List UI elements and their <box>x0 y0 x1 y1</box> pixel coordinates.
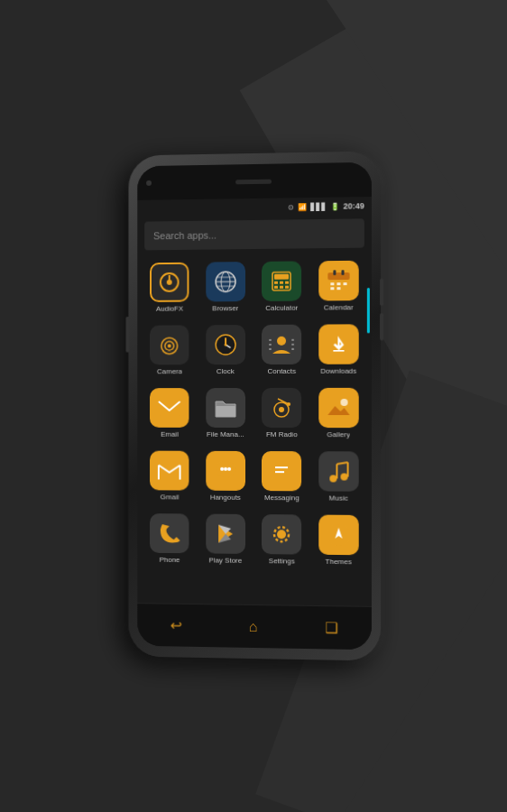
svg-rect-12 <box>274 286 278 289</box>
front-camera <box>146 180 152 186</box>
notification-icon: ⊙ <box>288 203 294 211</box>
gmail-icon <box>150 451 189 491</box>
svg-rect-11 <box>285 281 289 284</box>
fmradio-label: FM Radio <box>266 430 298 438</box>
contacts-label: Contacts <box>267 367 296 375</box>
recents-button[interactable]: ❑ <box>325 619 337 636</box>
app-item-email[interactable]: Email <box>143 383 197 444</box>
svg-rect-20 <box>336 282 340 285</box>
svg-point-53 <box>340 399 347 406</box>
app-item-audiofx[interactable]: AudioFX <box>143 257 197 318</box>
svg-point-30 <box>224 344 226 346</box>
svg-line-64 <box>336 462 347 464</box>
svg-point-68 <box>277 530 286 539</box>
contacts-icon <box>262 325 301 364</box>
themes-icon <box>318 515 358 556</box>
svg-rect-38 <box>291 348 294 350</box>
battery-icon: 🔋 <box>330 202 339 210</box>
svg-point-50 <box>287 402 290 406</box>
app-item-messaging[interactable]: Messaging <box>254 446 309 507</box>
svg-rect-14 <box>285 286 289 289</box>
app-item-contacts[interactable]: Contacts <box>254 319 309 381</box>
svg-rect-34 <box>269 344 272 346</box>
svg-rect-23 <box>336 287 340 290</box>
browser-icon <box>206 262 245 301</box>
search-bar[interactable]: Search apps... <box>144 218 364 250</box>
app-item-fmradio[interactable]: FM Radio <box>254 383 309 444</box>
top-hardware-bar <box>137 162 372 200</box>
playstore-icon <box>206 514 245 554</box>
svg-rect-22 <box>330 287 334 290</box>
volume-down-button[interactable] <box>380 313 383 340</box>
svg-rect-8 <box>274 274 289 280</box>
settings-icon <box>262 514 301 555</box>
audiofx-label: AudioFX <box>156 305 183 313</box>
app-item-calendar[interactable]: Calendar <box>311 255 366 318</box>
calendar-icon <box>318 261 358 301</box>
app-item-calculator[interactable]: Calculator <box>254 255 309 318</box>
svg-rect-35 <box>269 348 272 350</box>
svg-rect-16 <box>327 272 349 280</box>
app-item-filemanager[interactable]: File Mana... <box>198 383 253 444</box>
app-item-browser[interactable]: Browser <box>198 256 253 318</box>
phone-screen: ⊙ 📶 ▋▋▋ 🔋 20:49 Search apps... <box>137 197 372 606</box>
svg-rect-17 <box>333 270 336 275</box>
browser-label: Browser <box>212 304 238 312</box>
messaging-icon <box>262 451 301 491</box>
app-item-playstore[interactable]: Play Store <box>198 509 253 570</box>
music-label: Music <box>329 494 348 503</box>
app-item-camera[interactable]: Camera <box>143 319 197 381</box>
app-item-gallery[interactable]: Gallery <box>311 383 366 445</box>
clock-icon <box>206 325 245 364</box>
wifi-icon: 📶 <box>298 203 307 211</box>
hangouts-icon <box>206 451 245 491</box>
email-label: Email <box>161 430 179 438</box>
status-time: 20:49 <box>343 201 364 210</box>
themes-label: Themes <box>326 558 352 566</box>
svg-point-61 <box>340 473 347 480</box>
app-item-music[interactable]: Music <box>311 446 366 508</box>
calculator-icon <box>262 261 301 300</box>
app-item-hangouts[interactable]: Hangouts <box>198 446 253 507</box>
clock-label: Clock <box>217 367 235 375</box>
app-item-downloads[interactable]: Downloads <box>311 318 366 381</box>
app-item-themes[interactable]: Themes <box>311 509 366 571</box>
svg-rect-10 <box>280 281 283 284</box>
svg-point-48 <box>279 407 284 412</box>
email-icon <box>150 388 189 428</box>
phone-icon <box>150 513 189 553</box>
power-button[interactable] <box>126 317 130 353</box>
svg-point-56 <box>224 467 227 471</box>
back-button[interactable]: ↩ <box>171 617 182 634</box>
app-item-gmail[interactable]: Gmail <box>143 446 197 507</box>
svg-rect-33 <box>269 339 272 341</box>
filemanager-icon <box>206 388 245 428</box>
downloads-label: Downloads <box>320 367 356 375</box>
calculator-label: Calculator <box>265 304 298 312</box>
svg-point-32 <box>277 337 286 346</box>
settings-label: Settings <box>269 557 295 565</box>
svg-rect-19 <box>330 282 334 285</box>
scrollbar-thumb[interactable] <box>367 288 370 333</box>
status-bar: ⊙ 📶 ▋▋▋ 🔋 20:49 <box>137 197 372 218</box>
camera-label: Camera <box>157 367 182 375</box>
hangouts-label: Hangouts <box>210 494 241 502</box>
volume-up-button[interactable] <box>380 279 383 306</box>
music-icon <box>318 451 358 491</box>
phone-label: Phone <box>160 556 180 564</box>
app-item-clock[interactable]: Clock <box>198 319 253 381</box>
camera-icon <box>150 325 189 364</box>
playstore-label: Play Store <box>209 556 243 564</box>
screen-frame: ⊙ 📶 ▋▋▋ 🔋 20:49 Search apps... <box>137 162 372 651</box>
app-item-settings[interactable]: Settings <box>254 509 309 571</box>
app-item-phone[interactable]: Phone <box>143 508 197 569</box>
fmradio-icon <box>262 388 301 428</box>
earpiece-speaker <box>235 179 272 184</box>
calendar-label: Calendar <box>324 303 354 311</box>
svg-rect-36 <box>291 339 294 341</box>
svg-rect-37 <box>291 344 294 346</box>
svg-point-60 <box>329 475 336 482</box>
home-button[interactable]: ⌂ <box>249 618 258 634</box>
svg-rect-21 <box>343 282 346 285</box>
svg-rect-9 <box>274 281 278 284</box>
